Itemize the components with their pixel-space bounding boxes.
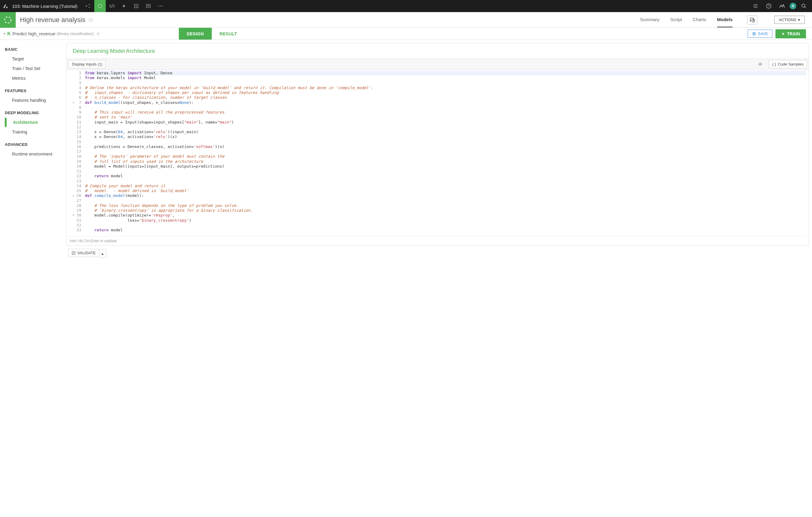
svg-point-19 [97,33,99,34]
chevron-down-icon: ▾ [798,18,800,22]
analysis-tabs: Summary Script Charts Models ACTIONS▾ [640,12,812,28]
svg-point-20 [760,63,761,65]
jobs-icon[interactable] [118,0,130,12]
svg-point-11 [756,6,757,7]
project-name[interactable]: 103: Machine Learning (Tutorial) [12,4,77,9]
activity-icon[interactable] [776,0,788,12]
settings-sidebar: BASICTargetTrain / Test SetMetricsFEATUR… [0,40,65,264]
more-icon[interactable] [155,0,166,12]
help-icon[interactable]: ? [763,0,775,12]
analysis-title: High revenue analysis [20,16,85,24]
code-samples-button[interactable]: { }Code Samples [769,60,807,68]
svg-point-0 [98,4,102,8]
train-button[interactable]: TRAIN [776,29,806,38]
app-logo-icon [2,3,8,9]
svg-point-7 [755,4,756,5]
sidebar-group-head: FEATURES [5,89,65,93]
wiki-icon[interactable] [143,0,154,12]
sidebar-group-head: DEEP MODELING [5,111,65,115]
actions-button[interactable]: ACTIONS▾ [774,16,805,24]
validate-button[interactable]: VALIDATE [68,249,99,257]
validate-dropdown[interactable]: ▴ [99,249,106,257]
svg-point-3 [158,6,159,7]
sidebar-item-train-test-set[interactable]: Train / Test Set [5,64,65,73]
display-inputs-button[interactable]: Display Inputs (1) [68,60,106,68]
svg-point-18 [5,17,11,23]
svg-point-13 [755,7,756,8]
collapse-icon[interactable]: ▾ [4,32,5,36]
tab-script[interactable]: Script [670,12,682,28]
discuss-icon[interactable] [747,16,757,25]
tab-charts[interactable]: Charts [693,12,706,28]
flow-icon[interactable] [82,0,94,12]
svg-point-10 [755,6,756,7]
analysis-type-icon [0,12,16,28]
braces-icon: { } [772,62,776,66]
dashboards-icon[interactable] [130,0,142,12]
sidebar-group-head: BASIC [5,47,65,52]
sidebar-item-training[interactable]: Training [5,127,65,137]
editor-hint: Hint: Hit Ctrl-Enter to validate [67,236,809,245]
result-tab[interactable]: RESULT [212,28,245,39]
lab-icon[interactable] [94,0,106,12]
architecture-panel: Deep Learning Model Architecture Display… [66,43,809,246]
keras-badge: K [7,31,11,36]
model-predict-label: Predict high_revenue [13,31,56,36]
panel-title: Deep Learning Model Architecture [67,43,809,59]
sidebar-item-features-handling[interactable]: Features handling [5,95,65,105]
svg-point-6 [754,4,755,5]
sidebar-item-runtime-environment[interactable]: Runtime environment [5,149,65,159]
svg-text:?: ? [768,4,770,8]
tab-summary[interactable]: Summary [640,12,660,28]
tab-models[interactable]: Models [717,12,733,28]
analysis-header: High revenue analysis Summary Script Cha… [0,12,812,28]
model-settings-icon[interactable] [96,32,100,36]
apps-icon[interactable] [750,0,761,12]
svg-point-8 [756,4,757,5]
svg-point-12 [754,7,755,8]
svg-point-17 [802,4,805,7]
topbar-nav-icons [82,0,166,12]
save-button[interactable]: SAVE [748,30,773,38]
editor-settings-icon[interactable] [758,62,766,66]
sidebar-item-architecture[interactable]: Architecture [5,118,65,127]
svg-point-14 [756,7,757,8]
design-tab[interactable]: DESIGN [179,28,212,39]
svg-point-9 [754,6,755,7]
sidebar-group-head: ADVANCED [5,142,65,147]
code-icon[interactable] [106,0,118,12]
search-icon[interactable] [798,0,810,12]
sidebar-item-metrics[interactable]: Metrics [5,73,65,83]
sidebar-item-target[interactable]: Target [5,54,65,64]
editor-toolbar: Display Inputs (1) { }Code Samples [67,59,809,70]
top-bar: 103: Machine Learning (Tutorial) ? A [0,0,812,12]
svg-point-5 [162,6,163,7]
refresh-icon[interactable] [88,18,93,22]
code-editor[interactable]: ▾▾▾ 123456789101112131415161718192021222… [67,70,809,236]
model-type-label: (Binary classification) [57,31,94,36]
svg-point-4 [160,6,161,7]
model-header-row: ▾ K Predict high_revenue (Binary classif… [0,28,812,40]
user-avatar[interactable]: A [790,3,796,9]
